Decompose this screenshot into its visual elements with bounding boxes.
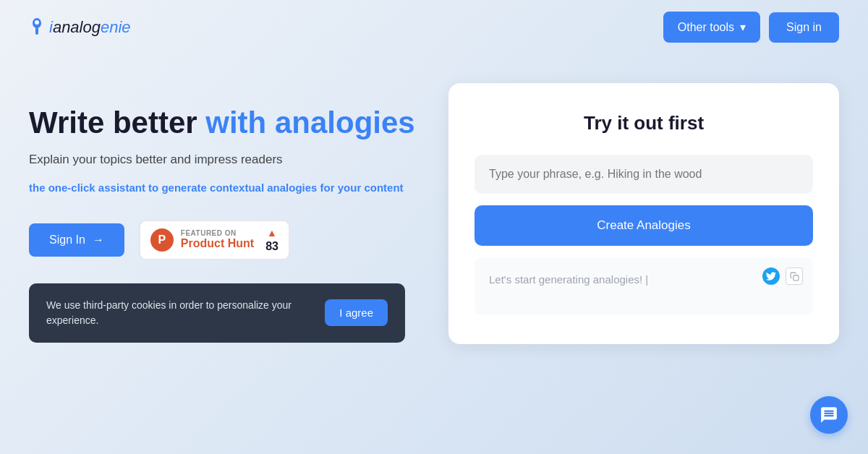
chevron-down-icon: ▾ <box>740 20 746 34</box>
hero-right: Try it out first Create Analogies <box>448 83 839 344</box>
logo-text: ianalogenie <box>49 18 131 37</box>
logo-icon <box>29 17 45 38</box>
hero-title: Write better with analogies <box>29 105 420 141</box>
hero-subtitle: Explain your topics better and impress r… <box>29 153 420 167</box>
hero-left: Write better with analogies Explain your… <box>29 83 420 343</box>
svg-rect-3 <box>793 275 798 280</box>
product-hunt-text: FEATURED ON Product Hunt <box>181 229 254 250</box>
nav-sign-in-button[interactable]: Sign in <box>769 12 839 43</box>
try-card: Try it out first Create Analogies <box>448 83 839 344</box>
twitter-icon[interactable] <box>762 267 780 285</box>
output-placeholder: Let's start generating analogies! | <box>489 270 799 286</box>
arrow-right-icon: → <box>93 234 104 247</box>
output-area: Let's start generating analogies! | <box>475 257 813 315</box>
product-hunt-score: ▲ 83 <box>265 227 278 253</box>
output-icons <box>762 267 803 285</box>
svg-point-2 <box>35 20 39 25</box>
cookie-banner: We use third-party cookies in order to p… <box>29 283 405 343</box>
other-tools-button[interactable]: Other tools ▾ <box>663 12 760 43</box>
agree-button[interactable]: I agree <box>325 299 388 326</box>
try-card-title: Try it out first <box>475 112 813 134</box>
product-hunt-badge[interactable]: P FEATURED ON Product Hunt ▲ 83 <box>139 220 290 260</box>
create-analogies-button[interactable]: Create Analogies <box>475 205 813 246</box>
phrase-input[interactable] <box>475 155 813 194</box>
copy-icon[interactable] <box>786 267 803 285</box>
cookie-text: We use third-party cookies in order to p… <box>46 298 310 328</box>
chat-button[interactable] <box>810 396 848 434</box>
product-hunt-icon: P <box>150 228 174 252</box>
logo[interactable]: ianalogenie <box>29 17 131 38</box>
svg-rect-1 <box>35 27 38 35</box>
hero-sign-in-button[interactable]: Sign In → <box>29 223 124 257</box>
hero-tagline: the one-click assistant to generate cont… <box>29 180 420 197</box>
navbar: ianalogenie Other tools ▾ Sign in <box>0 0 868 54</box>
nav-actions: Other tools ▾ Sign in <box>663 12 839 43</box>
hero-cta: Sign In → P FEATURED ON Product Hunt ▲ 8… <box>29 220 420 260</box>
upvote-icon: ▲ <box>267 227 277 239</box>
hero-section: Write better with analogies Explain your… <box>0 54 868 359</box>
other-tools-label: Other tools <box>678 21 734 34</box>
chat-icon <box>820 406 838 424</box>
